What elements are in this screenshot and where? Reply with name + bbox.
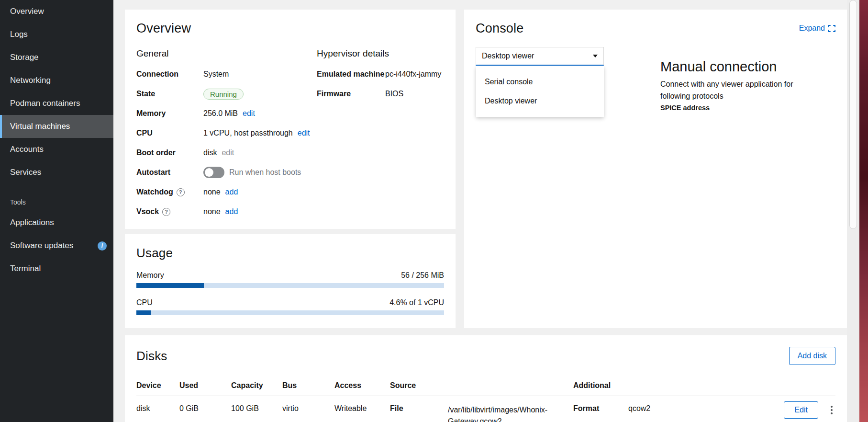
- sidebar-item-label: Accounts: [10, 145, 44, 154]
- watchdog-help-icon[interactable]: ?: [177, 188, 185, 196]
- add-disk-button[interactable]: Add disk: [789, 347, 835, 365]
- state-running-badge: Running: [203, 89, 244, 100]
- kebab-menu-icon[interactable]: [828, 402, 835, 418]
- watchdog-value: none: [203, 188, 221, 196]
- console-type-selected-value: Desktop viewer: [482, 52, 534, 60]
- emulated-machine-row: Emulated machine pc-i440fx-jammy: [317, 68, 444, 80]
- memory-usage-label: Memory: [136, 271, 164, 280]
- sidebar-item-networking[interactable]: Networking: [0, 69, 113, 92]
- disk-edit-button[interactable]: Edit: [784, 401, 818, 419]
- manual-connection-block: Manual connection Connect with any viewe…: [660, 59, 825, 112]
- overview-card: Overview General Connection System State…: [125, 10, 456, 229]
- sidebar-item-label: Storage: [10, 53, 39, 62]
- sidebar-item-label: Software updates: [10, 241, 73, 251]
- sidebar-item-label: Terminal: [10, 264, 41, 274]
- console-expand-link[interactable]: Expand: [799, 24, 835, 33]
- firmware-label: Firmware: [317, 90, 385, 98]
- col-header-capacity: Capacity: [231, 381, 282, 390]
- chevron-down-icon: [593, 55, 598, 57]
- emulated-machine-value: pc-i440fx-jammy: [385, 70, 444, 79]
- connection-row: Connection System: [136, 68, 317, 80]
- sidebar-item-label: Networking: [10, 76, 51, 85]
- memory-usage-row: Memory 56 / 256 MiB: [136, 271, 444, 288]
- source-type-label: File: [390, 404, 448, 422]
- sidebar-item-software-updates[interactable]: Software updates i: [0, 234, 113, 257]
- connection-label: Connection: [136, 70, 203, 79]
- sidebar-item-label: Virtual machines: [10, 122, 70, 131]
- memory-progress-track: [136, 283, 444, 288]
- disk-device-cell: disk: [136, 404, 179, 413]
- cpu-usage-label: CPU: [136, 298, 153, 307]
- sidebar-item-label: Services: [10, 168, 41, 177]
- source-path-value: /var/lib/libvirt/images/Whonix-Gateway.q…: [448, 404, 570, 422]
- boot-order-edit-link[interactable]: edit: [222, 148, 234, 157]
- desktop-wallpaper-edge: [859, 0, 868, 422]
- sidebar-item-label: Podman containers: [10, 99, 80, 108]
- disk-additional-cell: Format qcow2: [573, 404, 784, 413]
- sidebar-item-logs[interactable]: Logs: [0, 23, 113, 46]
- overview-card-title: Overview: [136, 21, 444, 36]
- overview-hypervisor-column: Hypervisor details Emulated machine pc-i…: [317, 48, 444, 226]
- watchdog-row: Watchdog ? none add: [136, 186, 317, 198]
- col-header-access: Access: [334, 381, 390, 390]
- expand-icon: [828, 25, 835, 32]
- memory-edit-link[interactable]: edit: [243, 109, 255, 118]
- boot-order-value: disk: [203, 148, 217, 157]
- col-header-additional: Additional: [573, 381, 835, 390]
- format-value: qcow2: [628, 404, 784, 413]
- watchdog-add-link[interactable]: add: [225, 188, 238, 196]
- cpu-usage-row: CPU 4.6% of 1 vCPU: [136, 298, 444, 315]
- info-badge-icon: i: [98, 241, 107, 251]
- sidebar-item-accounts[interactable]: Accounts: [0, 138, 113, 161]
- sidebar-item-virtual-machines[interactable]: Virtual machines: [0, 115, 113, 138]
- boot-order-label: Boot order: [136, 148, 203, 157]
- usage-card: Usage Memory 56 / 256 MiB CPU 4.6% of 1 …: [125, 234, 456, 328]
- menu-item-serial-console[interactable]: Serial console: [476, 72, 604, 91]
- cpu-progress-fill: [136, 310, 151, 315]
- boot-order-row: Boot order disk edit: [136, 147, 317, 159]
- menu-item-desktop-viewer[interactable]: Desktop viewer: [476, 91, 604, 111]
- autostart-label: Autostart: [136, 168, 203, 177]
- col-header-source: Source: [390, 381, 573, 390]
- sidebar-item-services[interactable]: Services: [0, 161, 113, 184]
- sidebar-item-terminal[interactable]: Terminal: [0, 257, 113, 280]
- autostart-description: Run when host boots: [229, 168, 301, 177]
- vsock-label: Vsock: [136, 207, 159, 216]
- autostart-toggle[interactable]: [203, 167, 224, 178]
- memory-row: Memory 256.0 MiB edit: [136, 108, 317, 119]
- sidebar-item-storage[interactable]: Storage: [0, 46, 113, 69]
- sidebar-item-podman-containers[interactable]: Podman containers: [0, 92, 113, 115]
- sidebar-item-overview[interactable]: Overview: [0, 0, 113, 23]
- disks-card: Disks Add disk Device Used Capacity Bus …: [125, 335, 847, 422]
- disk-access-cell: Writeable: [334, 404, 390, 413]
- sidebar-item-label: Logs: [10, 30, 28, 39]
- vsock-add-link[interactable]: add: [225, 207, 238, 216]
- console-type-select[interactable]: Desktop viewer: [476, 47, 604, 66]
- cpu-progress-track: [136, 310, 444, 315]
- disk-row-actions: Edit: [784, 401, 835, 419]
- col-header-bus: Bus: [282, 381, 334, 390]
- table-row: disk 0 GiB 100 GiB virtio Writeable File…: [136, 396, 835, 422]
- cpu-label: CPU: [136, 129, 203, 137]
- sidebar: Overview Logs Storage Networking Podman …: [0, 0, 113, 422]
- firmware-row: Firmware BIOS: [317, 88, 444, 100]
- memory-value: 256.0 MiB: [203, 109, 238, 118]
- emulated-machine-label: Emulated machine: [317, 70, 385, 79]
- sidebar-item-label: Applications: [10, 218, 54, 228]
- scrollbar-track: [847, 0, 859, 422]
- scrollbar-thumb[interactable]: [849, 0, 857, 229]
- vsock-help-icon[interactable]: ?: [162, 208, 170, 216]
- connection-value: System: [203, 70, 317, 79]
- state-row: State Running: [136, 88, 317, 100]
- sidebar-item-applications[interactable]: Applications: [0, 211, 113, 234]
- console-card-title: Console: [476, 21, 523, 36]
- manual-connection-description: Connect with any viewer application for …: [660, 79, 818, 103]
- disks-table-header: Device Used Capacity Bus Access Source A…: [136, 376, 835, 396]
- watchdog-label: Watchdog: [136, 188, 173, 196]
- cpu-edit-link[interactable]: edit: [298, 129, 310, 137]
- virtual-machine-page: Overview Logs Storage Networking Podman …: [0, 0, 868, 422]
- overview-general-column: General Connection System State Running …: [136, 48, 317, 226]
- console-type-menu: Serial console Desktop viewer: [476, 66, 604, 117]
- console-card: Console Expand Desktop viewer Serial con…: [464, 10, 847, 328]
- disk-used-cell: 0 GiB: [179, 404, 231, 413]
